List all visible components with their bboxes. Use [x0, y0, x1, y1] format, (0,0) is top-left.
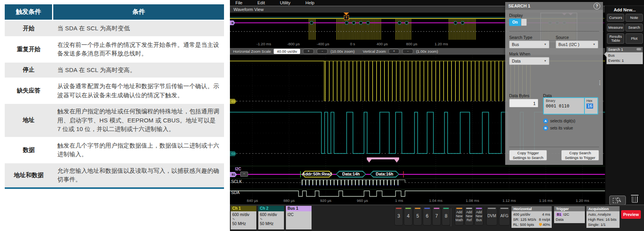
mark-when-select[interactable]: ▼ Data: [509, 57, 549, 65]
coupling-icon: ∿: [232, 217, 255, 221]
trigger-t-icon: T: [344, 15, 349, 20]
horizontal-zoom-in-button[interactable]: +: [303, 49, 314, 54]
display-label: Display: [509, 13, 523, 18]
channel-6-button[interactable]: 6: [423, 207, 431, 225]
axis-label: 1.04 ms: [429, 198, 442, 203]
ch2-badge[interactable]: Ch 2 600 m/div ∿ 50 MHz: [258, 206, 284, 229]
divider: [451, 208, 451, 226]
binary-field[interactable]: Binary 0001 0110: [544, 98, 584, 114]
overview-axis-label: 800 µs: [406, 42, 418, 46]
display-toggle[interactable]: On: [509, 18, 527, 26]
add-note-button[interactable]: Note: [625, 14, 643, 22]
axis-label: 880 µs: [284, 198, 295, 203]
search1-result-item[interactable]: Search 1 Bus Events: 1: [607, 47, 643, 64]
search1-config-panel: SEARCH 1 ? ⋮ Display On Search Type ▼ Bu…: [505, 2, 603, 165]
trigger-conditions-table: 触发条件 条件 开始当 SDA 在 SCL 为高时变低 重复开始在没有前一个停止…: [5, 3, 224, 189]
trigger-position-marker[interactable]: T: [343, 13, 349, 20]
magnifier-icon: [616, 198, 620, 201]
coupling-icon: ∿: [260, 217, 282, 221]
vertical-zoom-out-button[interactable]: -: [402, 49, 413, 54]
data-value-editor[interactable]: Binary 0001 0110 Hex 16: [543, 97, 598, 115]
decode-data1-box: Data:14h: [336, 171, 366, 177]
trigger-desc-cell: 触发在用户指定的地址或任何预编程的特殊地址，包括通用调用、启动字节、HS 模式、…: [53, 103, 224, 138]
axis-label: 1.12 ms: [502, 198, 516, 203]
trigger-type-cell: 地址和数据: [5, 163, 53, 188]
ch1-badge[interactable]: Ch 1 600 m/div ∿ 50 MHz: [231, 206, 256, 229]
source-select[interactable]: ▼ Bus1 (I2C ): [556, 41, 598, 48]
trigger-type-cell: 开始: [5, 20, 53, 37]
add-results-table-button[interactable]: Results Table: [607, 33, 624, 44]
overview-axis-label: 0 s: [350, 42, 355, 46]
search-panel-title: SEARCH 1: [505, 2, 603, 10]
menu-utility[interactable]: Utility: [280, 0, 291, 5]
add-plot-button[interactable]: Plot: [625, 33, 643, 44]
channel-3-button[interactable]: 3: [394, 207, 403, 225]
trigger-position-icon: [539, 223, 542, 226]
menu-help[interactable]: Help: [306, 0, 315, 5]
col-header-condition: 条件: [53, 4, 224, 20]
add-cursors-button[interactable]: Cursors: [607, 14, 624, 22]
copy-trigger-to-search-button[interactable]: Copy Trigger Settings to Search: [509, 150, 547, 161]
add-new-math-button[interactable]: Add New Math: [455, 207, 464, 225]
channel-5-button[interactable]: 5: [413, 207, 422, 225]
data-bytes-input[interactable]: 1: [509, 99, 538, 107]
toggle-on-label: On: [509, 18, 521, 26]
decode-addr-box: Addr:50h:Read: [302, 171, 332, 177]
axis-label: 920 µs: [320, 198, 332, 203]
hex-value: 16: [586, 103, 593, 109]
trigger-panel[interactable]: Trigger B1 I2C Data: [554, 206, 585, 223]
horizontal-zoom-out-button[interactable]: -: [317, 49, 328, 54]
table-row: 缺失应答从设备通常配置为在每个地址和数据字节后传输一个确认。示波器可以在从设备未…: [5, 78, 224, 103]
trigger-type-cell: 重复开始: [5, 37, 53, 62]
horizontal-panel[interactable]: Horizontal 400 µs/div4 ms SR: 125 MS/s8 …: [511, 206, 552, 228]
overview-axis-label: -800 µs: [287, 42, 300, 46]
add-new-ref-button[interactable]: Add New Ref: [465, 207, 474, 225]
add-measure-button[interactable]: Measure: [607, 24, 624, 31]
ch1-badge-header: Ch 1: [231, 206, 256, 211]
add-new-bus-button[interactable]: Add New Bus: [474, 207, 483, 225]
overview-axis-label: -1.20 ms: [257, 42, 271, 46]
channel-7-button[interactable]: 7: [432, 207, 441, 225]
table-row: 重复开始在没有前一个停止条件的情况下发生开始条件。通常是当主设备发送多条消息而不…: [5, 37, 224, 62]
search1-toggle[interactable]: [637, 48, 641, 50]
hex-field[interactable]: Hex 16: [584, 98, 597, 114]
menu-edit[interactable]: Edit: [258, 0, 265, 5]
ch1-badge-body: 600 m/div ∿ 50 MHz: [231, 211, 256, 229]
i2c-trigger-doc-pane: 触发条件 条件 开始当 SDA 在 SCL 为高时变低 重复开始在没有前一个停止…: [0, 0, 230, 231]
acquisition-panel[interactable]: Acquisition Auto, Analyze High Res: 16 b…: [586, 206, 620, 228]
knob-a-hint: A selects digit(s): [543, 118, 575, 124]
table-row: 地址和数据允许您输入地址和数据值以及读取与写入，以捕获感兴趣的确切事件。: [5, 163, 224, 188]
horizontal-zoom-scale-input[interactable]: 40.00 us/div: [274, 49, 300, 54]
vertical-zoom-label: Vertical Zoom: [363, 49, 386, 54]
trigger-type-cell: 地址: [5, 103, 53, 138]
binary-value: 0001 0110: [546, 103, 582, 109]
channel-4-button[interactable]: 4: [404, 207, 413, 225]
hex-label: Hex: [586, 99, 596, 103]
table-row: 停止当 SDA 在 SCL 为高时变高。: [5, 62, 224, 78]
afg-button[interactable]: AFG: [499, 207, 510, 225]
trash-icon[interactable]: [632, 196, 638, 203]
horizontal-panel-title: Horizontal: [511, 206, 552, 211]
search1-body: Bus Events: 1: [607, 52, 643, 64]
copy-search-to-trigger-button[interactable]: Copy Search Settings to Trigger: [561, 150, 599, 161]
knob-b-hint: B sets its value: [543, 126, 573, 131]
zoom-mode-button[interactable]: [609, 196, 626, 205]
bus1-badge[interactable]: Bus 1 I2C: [286, 206, 312, 229]
vertical-zoom-in-button[interactable]: +: [388, 49, 399, 54]
axis-label: 960 µs: [357, 198, 368, 203]
dvm-button[interactable]: DVM: [486, 207, 497, 225]
chevron-down-icon: ▼: [544, 59, 547, 62]
trigger-desc-cell: 当 SDA 在 SCL 为高时变低: [53, 20, 224, 37]
help-icon[interactable]: ?: [594, 3, 600, 9]
source-label: Source: [556, 35, 569, 40]
bus-minimize-handle[interactable]: –: [240, 172, 248, 177]
menu-file[interactable]: File: [235, 0, 243, 5]
search1-type: Bus: [608, 53, 641, 58]
search-type-select[interactable]: ▼ Bus: [509, 41, 549, 48]
preview-button[interactable]: Preview: [621, 210, 641, 219]
add-search-button[interactable]: Search: [625, 24, 643, 31]
table-row: 数据触发在几个字节的用户指定数据值上，数据值以二进制或十六进制输入。: [5, 137, 224, 163]
channel-8-button[interactable]: 8: [442, 207, 450, 225]
binary-label: Binary: [546, 99, 582, 103]
panel-drag-handle-icon[interactable]: ⋮: [597, 80, 603, 85]
